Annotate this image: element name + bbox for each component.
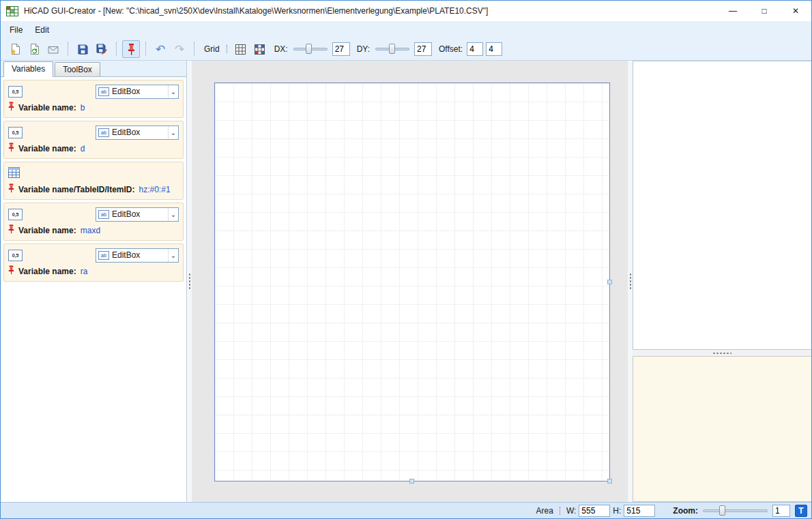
grid-label: Grid [204,44,220,54]
control-type-value: EditBox [112,128,168,137]
grid-show-button[interactable] [232,40,250,58]
area-width-input[interactable] [579,505,610,517]
toolbar-separator [116,42,117,56]
resize-handle-right[interactable] [607,280,612,284]
refresh-icon [29,44,40,55]
right-bottom-panel[interactable] [633,356,811,502]
status-bar: Area W: H: Zoom: T [1,502,811,518]
variable-label: Variable name/TableID/ItemID: [18,185,135,194]
slider-thumb[interactable] [389,44,395,54]
slider-thumb[interactable] [306,44,312,54]
right-top-panel[interactable] [633,61,811,350]
control-type-value: EditBox [112,250,168,260]
grid-snap-button[interactable] [251,40,269,58]
zoom-label: Zoom: [673,506,698,516]
chevron-down-icon: ⌄ [168,126,178,139]
resize-handle-bottom[interactable] [409,479,414,484]
control-type-dropdown[interactable]: ab EditBox ⌄ [96,248,179,263]
undo-button[interactable]: ↶ [151,40,169,58]
splitter-grip-icon [712,352,731,355]
save-as-button[interactable] [93,40,111,58]
open-button[interactable] [44,40,62,58]
slider-track [703,509,768,512]
grid-icon [235,44,246,55]
zoom-input[interactable] [772,505,790,517]
variable-card[interactable]: 0,5 ab EditBox ⌄ Variable name: b [3,80,184,118]
tab-toolbox[interactable]: ToolBox [55,62,100,76]
right-splitter[interactable] [628,61,633,502]
design-surface[interactable] [214,83,610,481]
variable-label: Variable name: [18,226,76,235]
redo-button[interactable]: ↷ [171,40,188,58]
variable-value: ra [81,267,88,276]
numeric-field-icon: 0,5 [8,209,23,220]
save-button[interactable] [74,40,91,58]
variable-card[interactable]: 0,5 ab EditBox ⌄ Variable name: maxd [3,203,184,241]
variable-card[interactable]: Variable name/TableID/ItemID: hz:#0:#1 [3,162,184,200]
left-tabstrip: Variables ToolBox [1,61,186,77]
offset-y-input[interactable] [486,42,502,56]
menu-bar: File Edit [1,21,811,38]
close-button[interactable]: ✕ [780,1,811,21]
control-type-dropdown[interactable]: ab EditBox ⌄ [96,207,179,222]
tab-variables[interactable]: Variables [3,61,53,77]
pin-button[interactable] [122,40,140,58]
menu-file[interactable]: File [3,23,29,38]
numeric-icon-text: 0,5 [12,212,19,217]
variables-list: 0,5 ab EditBox ⌄ Variable name: b [1,77,186,287]
variable-value: maxd [81,226,100,235]
save-as-icon [96,44,107,55]
variable-card[interactable]: 0,5 ab EditBox ⌄ Variable name: d [3,121,184,159]
menu-edit[interactable]: Edit [29,23,55,38]
canvas-area[interactable] [192,61,628,502]
refresh-file-button[interactable] [25,40,43,58]
undo-icon: ↶ [156,42,165,57]
numeric-field-icon: 0,5 [8,250,23,261]
editbox-icon: ab [98,251,109,260]
dy-slider[interactable] [375,43,409,55]
zoom-slider[interactable] [703,505,768,517]
control-type-dropdown[interactable]: ab EditBox ⌄ [96,125,179,140]
title-bar: HiCAD GUI-Creator - [New: "C:\hicad_svn\… [1,1,811,21]
pin-icon [8,102,14,113]
left-splitter[interactable] [187,61,192,502]
new-file-button[interactable] [6,40,24,58]
dx-label: DX: [274,44,288,54]
control-type-value: EditBox [112,209,168,219]
splitter-grip-icon [629,273,632,291]
area-height-input[interactable] [624,505,655,517]
minimize-button[interactable]: — [717,1,749,21]
variable-label: Variable name: [18,144,76,153]
toolbar-separator [145,42,146,56]
dy-input[interactable] [414,42,432,56]
numeric-icon-text: 0,5 [12,130,19,135]
pin-icon [8,224,14,236]
control-type-dropdown[interactable]: ab EditBox ⌄ [96,85,179,99]
pin-icon [8,265,14,277]
resize-handle-corner[interactable] [607,479,612,484]
text-tool-button[interactable]: T [795,505,807,517]
slider-thumb[interactable] [719,505,725,516]
left-panel: Variables ToolBox 0,5 ab EditBox ⌄ [1,61,187,502]
numeric-icon-text: 0,5 [12,253,19,258]
numeric-field-icon: 0,5 [8,86,23,98]
label-separator [227,45,227,53]
toolbar-separator [68,42,68,56]
maximize-button[interactable]: □ [749,1,780,21]
width-label: W: [566,506,576,516]
dx-slider[interactable] [293,43,328,55]
dx-input[interactable] [332,42,350,56]
app-window: HiCAD GUI-Creator - [New: "C:\hicad_svn\… [0,0,812,519]
dy-label: DY: [357,44,370,54]
offset-x-input[interactable] [467,42,483,56]
pin-icon [128,43,135,55]
numeric-icon-text: 0,5 [12,89,19,94]
chevron-down-icon: ⌄ [168,249,178,262]
chevron-down-icon: ⌄ [168,208,178,221]
right-horizontal-splitter[interactable] [633,350,811,356]
label-separator [560,507,560,515]
pin-icon [8,143,14,154]
variable-label: Variable name: [18,103,76,113]
editbox-icon: ab [98,87,109,96]
variable-card[interactable]: 0,5 ab EditBox ⌄ Variable name: ra [3,243,184,282]
